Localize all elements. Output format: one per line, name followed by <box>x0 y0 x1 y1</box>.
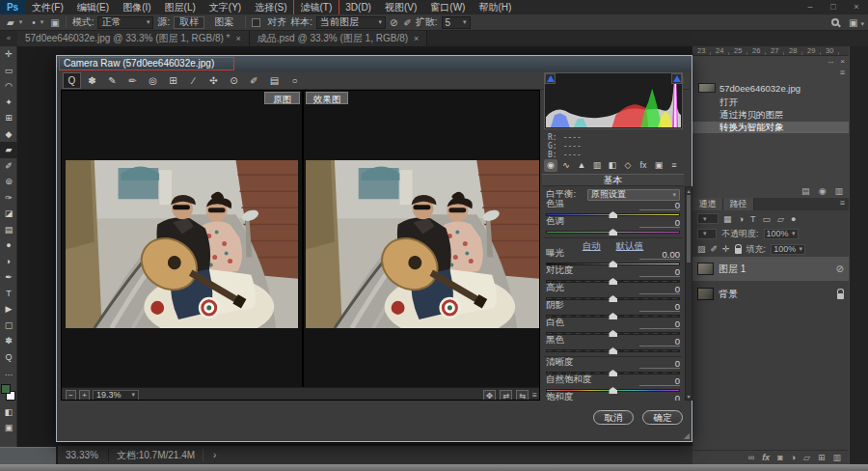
presets-tab-icon[interactable]: ≡ <box>667 159 681 172</box>
resize-grip[interactable]: ◢ <box>684 431 690 440</box>
auto-link[interactable]: 自动 <box>583 240 601 250</box>
slider-value-field[interactable]: 0 <box>639 394 680 401</box>
radial-filter-tool-icon[interactable]: ○ <box>286 73 303 88</box>
lock-image-icon[interactable]: ✐ <box>711 244 719 254</box>
close-tab-icon[interactable]: × <box>414 31 419 46</box>
mode-select[interactable]: 正常▾ <box>97 16 153 29</box>
filter-kind-select[interactable]: ▾ <box>697 213 719 224</box>
eraser-tool[interactable]: ◪ <box>0 206 17 222</box>
layer-row[interactable]: 图层 1 ⊘ <box>692 257 849 281</box>
slider-value-field[interactable]: 0.00 <box>639 250 680 260</box>
workspace-icon[interactable]: ▣▾ <box>849 17 864 28</box>
history-state-row[interactable]: 通过拷贝的图层 <box>692 109 849 121</box>
menu-item[interactable]: 图层(L) <box>158 0 203 14</box>
lock-transparent-icon[interactable]: ▨ <box>697 244 706 254</box>
filter-pixel-icon[interactable]: ▦ <box>723 214 732 224</box>
straighten-tool-icon[interactable]: ∕ <box>185 73 202 88</box>
history-state-row[interactable]: 转换为智能对象 <box>692 122 849 133</box>
zoom-tool[interactable]: Q <box>0 349 17 366</box>
slider-value-field[interactable]: 0 <box>639 319 680 329</box>
zoom-tool-icon[interactable]: Q <box>64 73 80 88</box>
menu-item[interactable]: 3D(D) <box>339 0 378 14</box>
brush-tool[interactable]: ✐ <box>0 158 17 175</box>
blur-tool[interactable]: ● <box>0 237 17 254</box>
type-tool[interactable]: T <box>0 286 17 302</box>
spot-healing-brush-tool[interactable]: ▰ <box>0 142 17 158</box>
quick-selection-tool[interactable]: ✦ <box>0 95 17 111</box>
filter-pin-icon[interactable]: ● <box>791 214 796 224</box>
crop-tool[interactable]: ⊞ <box>0 110 17 126</box>
hand-tool-icon[interactable]: ✽ <box>84 73 100 88</box>
slider[interactable] <box>546 261 680 268</box>
marquee-tool[interactable]: ▭ <box>0 63 17 79</box>
status-chevron-icon[interactable]: › <box>213 450 216 460</box>
quick-mask-icon[interactable]: ◧ <box>0 404 17 421</box>
color-swatches[interactable] <box>0 383 17 404</box>
delete-layer-icon[interactable]: ▥ <box>832 453 841 463</box>
slider-value-field[interactable]: 0 <box>639 337 680 346</box>
blend-mode-select[interactable]: ▾ <box>697 229 717 239</box>
slider[interactable] <box>546 211 680 219</box>
sample-source-button[interactable]: 取样 <box>174 16 204 29</box>
samples-select[interactable]: 当前图层▾ <box>316 16 386 29</box>
copy-settings-icon[interactable]: ⇆ <box>516 390 529 401</box>
swap-preview-icon[interactable]: ⇄ <box>500 390 512 401</box>
panel-menu-icon[interactable]: ≡ <box>840 198 849 210</box>
history-brush-tool[interactable]: ✑ <box>0 190 17 207</box>
document-tab[interactable]: 57d0ee646032e.jpg @ 33.3% (图层 1, RGB/8) … <box>17 31 250 46</box>
foreground-color-swatch[interactable] <box>1 384 11 394</box>
hand-tool[interactable]: ✽ <box>0 333 17 349</box>
crop-tool-icon[interactable]: ⊞ <box>165 73 181 88</box>
color-sampler-tool-icon[interactable]: ✏ <box>124 73 141 88</box>
layer-row[interactable]: 背景 <box>692 282 849 306</box>
menu-item[interactable]: 帮助(H) <box>472 0 518 14</box>
spot-removal-tool-icon[interactable]: ✣ <box>205 73 222 88</box>
history-state-row[interactable]: 打开 <box>692 97 849 108</box>
menu-item[interactable]: 视图(V) <box>378 0 423 14</box>
slider[interactable] <box>546 387 680 395</box>
new-snapshot-icon[interactable]: ◉ <box>819 186 827 196</box>
align-checkbox[interactable] <box>252 18 260 27</box>
white-balance-select[interactable]: 原照设置▾ <box>587 189 680 201</box>
white-balance-tool-icon[interactable]: ✎ <box>104 73 121 88</box>
scrollbar-thumb[interactable] <box>687 195 691 263</box>
after-view-tab[interactable]: 效果图 <box>306 92 348 104</box>
move-tool[interactable]: ✛ <box>0 46 17 63</box>
slider-value-field[interactable]: 0 <box>639 359 680 369</box>
zoom-level-select[interactable]: 19.3%▾ <box>93 390 139 401</box>
menu-item[interactable]: 编辑(E) <box>70 0 116 14</box>
adjustment-brush-tool-icon[interactable]: ✐ <box>246 73 262 88</box>
toggle-panel-icon[interactable]: ▣ <box>50 17 59 28</box>
scroll-down-icon[interactable]: ▾ <box>686 393 692 400</box>
pressure-size-icon[interactable]: ✐ <box>403 17 411 28</box>
new-document-from-state-icon[interactable]: ▤ <box>801 186 810 196</box>
pattern-source-button[interactable]: 图案 <box>208 16 239 29</box>
filter-type-icon[interactable]: T <box>750 214 756 224</box>
path-selection-tool[interactable]: ▶ <box>0 301 17 318</box>
hsl-tab-icon[interactable]: ▥ <box>590 159 604 172</box>
diffusion-select[interactable]: 5▾ <box>442 16 471 29</box>
basic-tab-icon[interactable]: ◉ <box>544 159 557 172</box>
new-layer-icon[interactable]: ⊞ <box>818 453 826 463</box>
link-layers-icon[interactable]: ∞ <box>748 453 754 463</box>
gradient-tool[interactable]: ▤ <box>0 222 17 238</box>
zoom-in-button[interactable]: + <box>79 390 90 401</box>
panel-scrollbar[interactable]: ▴ ▾ <box>685 186 692 401</box>
lens-corrections-tab-icon[interactable]: ◇ <box>621 159 635 172</box>
eyedropper-tool[interactable]: ◆ <box>0 126 17 143</box>
slider-value-field[interactable]: 0 <box>639 376 680 386</box>
filter-smartobject-icon[interactable]: ▱ <box>777 214 784 224</box>
close-tab-icon[interactable]: × <box>236 31 241 46</box>
red-eye-tool-icon[interactable]: ⊙ <box>226 73 242 88</box>
scroll-up-icon[interactable]: ▴ <box>686 187 692 194</box>
slider[interactable] <box>546 278 680 286</box>
menu-item[interactable]: 滤镜(T) <box>294 0 339 14</box>
pen-tool[interactable]: ✒ <box>0 269 17 286</box>
slider[interactable] <box>546 347 680 355</box>
slider[interactable] <box>546 295 680 303</box>
cancel-button[interactable]: 取消 <box>593 410 634 425</box>
slider-value-field[interactable]: 0 <box>639 302 680 312</box>
tool-preset-picker[interactable]: ▰▾ <box>4 17 25 28</box>
brush-preset-picker[interactable]: •▾ <box>29 17 46 28</box>
channels-tab[interactable]: 通道 <box>692 198 723 210</box>
